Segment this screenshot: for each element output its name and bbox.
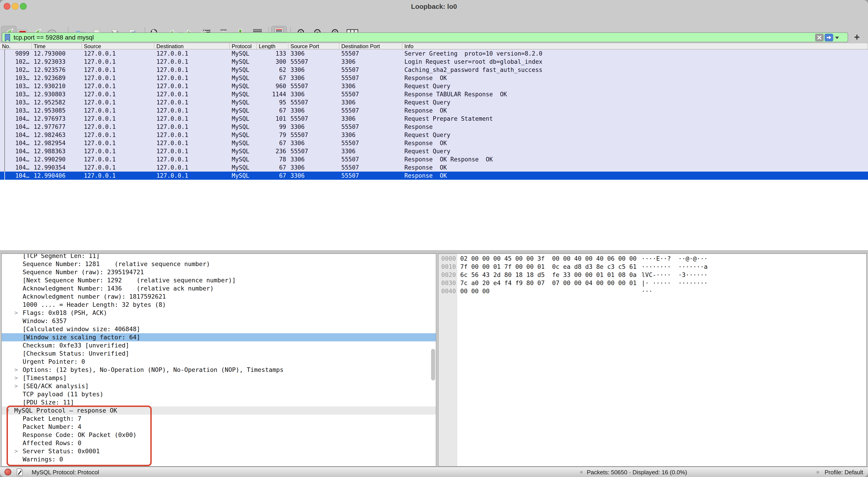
detail-line[interactable]: 1000 .... = Header Length: 32 bytes (8) [2, 301, 436, 309]
packet-row[interactable]: 104… 12.976973 127.0.0.1 127.0.0.1 MySQL… [0, 115, 868, 123]
packet-row[interactable]: 103… 12.923689 127.0.0.1 127.0.0.1 MySQL… [0, 74, 868, 82]
column-header-length[interactable]: Length [257, 43, 288, 49]
filter-dropdown-caret[interactable] [835, 37, 839, 39]
cell-dst_port: 3306 [339, 98, 402, 107]
detail-line-text: 1000 .... = Header Length: 32 bytes (8) [23, 301, 166, 309]
cell-destination: 127.0.0.1 [154, 82, 230, 90]
filter-clear-button[interactable] [815, 34, 824, 41]
detail-line[interactable]: [Calculated window size: 406848] [2, 325, 436, 333]
detail-line[interactable]: [Checksum Status: Unverified] [2, 350, 436, 358]
detail-line-text: Window: 6357 [23, 317, 67, 325]
cell-info: Login Request user=root db=global_index [402, 58, 868, 66]
cell-protocol: MySQL [230, 90, 257, 98]
cell-src_port: 3306 [288, 74, 339, 82]
expander-open-icon[interactable]: v [6, 407, 9, 415]
packet-row[interactable]: 103… 12.930210 127.0.0.1 127.0.0.1 MySQL… [0, 82, 868, 90]
cell-info: Request Query [402, 82, 868, 90]
detail-line[interactable]: Warnings: 0 [2, 455, 436, 464]
cell-time: 12.930803 [32, 90, 82, 98]
hex-row[interactable]: 00307c a0 20 e4 f4 f9 80 07 07 00 00 04 … [438, 279, 866, 287]
hex-row[interactable]: 00107f 00 00 01 7f 00 00 01 0c ea d8 d3 … [438, 263, 866, 271]
hex-row[interactable]: 004000 00 00··· [438, 287, 866, 295]
detail-line[interactable]: >Server Status: 0x0001 [2, 447, 436, 455]
expander-closed-icon[interactable]: > [14, 366, 18, 374]
cell-time: 12.990290 [32, 155, 82, 163]
expander-closed-icon[interactable]: > [14, 309, 18, 317]
detail-line[interactable]: [TCP Segment Len: 11] [2, 254, 436, 260]
detail-line-text: Warnings: 0 [23, 455, 63, 464]
detail-line[interactable]: Urgent Pointer: 0 [2, 358, 436, 366]
packet-row[interactable]: 102… 12.923033 127.0.0.1 127.0.0.1 MySQL… [0, 58, 868, 66]
packet-row[interactable]: 104… 12.988363 127.0.0.1 127.0.0.1 MySQL… [0, 147, 868, 155]
hex-row[interactable]: 00206c 56 43 2d 80 18 18 d5 fe 33 00 00 … [438, 271, 866, 279]
detail-line[interactable]: Response Code: OK Packet (0x00) [2, 431, 436, 439]
display-filter-input[interactable]: tcp.port == 59288 and mysql [2, 32, 848, 42]
detail-line-text: Sequence Number: 1281 (relative sequence… [23, 260, 210, 268]
packet-row[interactable]: 103… 12.953085 127.0.0.1 127.0.0.1 MySQL… [0, 107, 868, 115]
filter-apply-button[interactable] [825, 34, 833, 41]
column-header-destination[interactable]: Destination [154, 43, 230, 49]
expander-closed-icon[interactable]: > [14, 447, 18, 455]
main-toolbar: ⚙ 01010 01101 01110 [0, 13, 868, 32]
detail-line[interactable]: Sequence Number: 1281 (relative sequence… [2, 260, 436, 268]
detail-line[interactable]: [Window size scaling factor: 64] [2, 333, 436, 341]
column-header-protocol[interactable]: Protocol [230, 43, 257, 49]
column-header-no[interactable]: No. [0, 43, 32, 49]
hex-row[interactable]: 000002 00 00 00 45 00 00 3f 00 00 40 00 … [438, 255, 866, 263]
detail-line[interactable]: >[SEQ/ACK analysis] [2, 382, 436, 390]
cell-destination: 127.0.0.1 [154, 123, 230, 131]
detail-line[interactable]: >[Timestamps] [2, 374, 436, 382]
cell-length: 62 [257, 66, 288, 74]
detail-line[interactable]: [Next Sequence Number: 1292 (relative se… [2, 276, 436, 285]
packet-row[interactable]: 103… 12.952582 127.0.0.1 127.0.0.1 MySQL… [0, 98, 868, 107]
cell-src_port: 3306 [288, 90, 339, 98]
hex-offset: 0040 [441, 287, 456, 295]
column-header-destination-port[interactable]: Destination Port [339, 43, 402, 49]
column-header-info[interactable]: Info [402, 43, 868, 49]
detail-line-text: Acknowledgment Number: 1436 (relative ac… [23, 285, 214, 293]
column-header-source[interactable]: Source [82, 43, 154, 49]
packet-row[interactable]: 104… 12.990406 127.0.0.1 127.0.0.1 MySQL… [0, 172, 868, 180]
packet-row[interactable]: 104… 12.977677 127.0.0.1 127.0.0.1 MySQL… [0, 123, 868, 131]
cell-source: 127.0.0.1 [82, 58, 154, 66]
cell-source: 127.0.0.1 [82, 172, 154, 180]
detail-line[interactable]: vMySQL Protocol – response OK [2, 407, 436, 415]
filter-add-button[interactable]: + [851, 32, 863, 43]
filter-bookmark-icon[interactable] [4, 34, 10, 42]
column-header-source-port[interactable]: Source Port [288, 43, 339, 49]
cell-dst_port: 55507 [339, 163, 402, 172]
detail-line[interactable]: Packet Length: 7 [2, 415, 436, 423]
cell-dst_port: 55507 [339, 50, 402, 58]
cell-dst_port: 55507 [339, 74, 402, 82]
column-header-time[interactable]: Time [32, 43, 82, 49]
detail-line-text: Affected Rows: 0 [23, 439, 81, 447]
detail-line[interactable]: Acknowledgment number (raw): 1817592621 [2, 293, 436, 301]
packet-row[interactable]: 104… 12.990290 127.0.0.1 127.0.0.1 MySQL… [0, 155, 868, 163]
detail-line[interactable]: Checksum: 0xfe33 [unverified] [2, 341, 436, 350]
detail-line[interactable]: >Flags: 0x018 (PSH, ACK) [2, 309, 436, 317]
packet-row[interactable]: 102… 12.923576 127.0.0.1 127.0.0.1 MySQL… [0, 66, 868, 74]
detail-line[interactable]: Window: 6357 [2, 317, 436, 325]
packet-row[interactable]: 104… 12.990354 127.0.0.1 127.0.0.1 MySQL… [0, 163, 868, 172]
detail-line[interactable]: >Options: (12 bytes), No-Operation (NOP)… [2, 366, 436, 374]
packet-row[interactable]: 9899 12.793000 127.0.0.1 127.0.0.1 MySQL… [0, 50, 868, 58]
status-profile[interactable]: Profile: Default [825, 467, 863, 477]
packet-row[interactable]: 104… 12.982954 127.0.0.1 127.0.0.1 MySQL… [0, 139, 868, 147]
cell-time: 12.988363 [32, 147, 82, 155]
detail-line[interactable]: Acknowledgment Number: 1436 (relative ac… [2, 285, 436, 293]
cell-time: 12.953085 [32, 107, 82, 115]
detail-line[interactable]: [PDU Size: 11] [2, 398, 436, 407]
cell-destination: 127.0.0.1 [154, 163, 230, 172]
packet-row[interactable]: 104… 12.982463 127.0.0.1 127.0.0.1 MySQL… [0, 131, 868, 139]
detail-line[interactable]: Affected Rows: 0 [2, 439, 436, 447]
capture-comment-icon[interactable] [16, 468, 23, 477]
detail-line[interactable]: TCP payload (11 bytes) [2, 390, 436, 398]
expander-closed-icon[interactable]: > [14, 382, 18, 390]
details-scrollbar[interactable] [431, 349, 435, 381]
expander-closed-icon[interactable]: > [14, 374, 18, 382]
pane-splitter[interactable] [0, 250, 868, 254]
expert-info-icon[interactable] [4, 469, 11, 475]
packet-row[interactable]: 103… 12.930803 127.0.0.1 127.0.0.1 MySQL… [0, 90, 868, 98]
detail-line[interactable]: Sequence Number (raw): 2395194721 [2, 268, 436, 276]
detail-line[interactable]: Packet Number: 4 [2, 423, 436, 431]
